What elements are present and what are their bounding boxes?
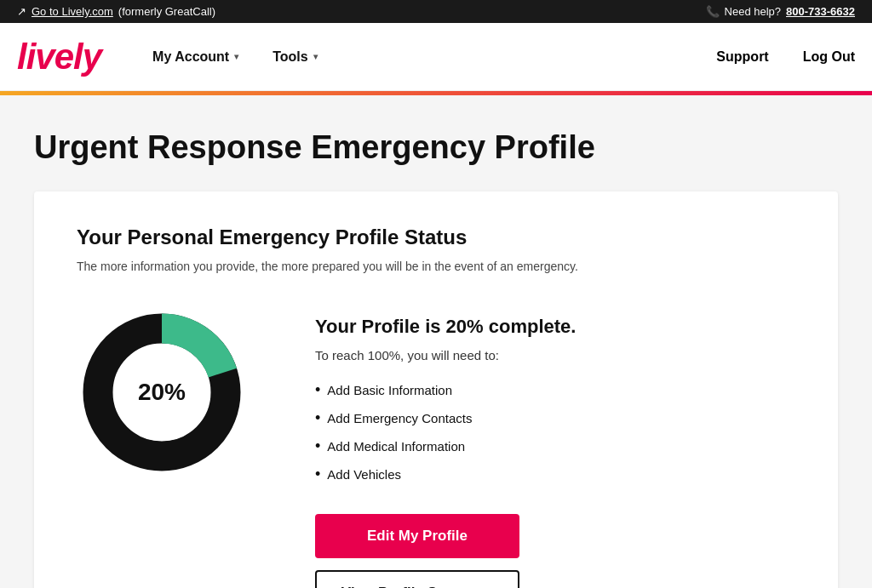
tools-chevron-icon: ▾ [313,52,318,61]
profile-status-content: 20% Your Profile is 20% complete. To rea… [77,307,795,588]
formerly-text: (formerly GreatCall) [118,5,215,18]
nav-my-account[interactable]: My Account ▾ [152,49,238,65]
page-title: Urgent Response Emergency Profile [34,129,838,166]
nav-support[interactable]: Support [716,49,768,65]
go-to-lively-link[interactable]: Go to Lively.com [32,5,113,18]
tools-label: Tools [272,49,307,65]
external-link-icon: ↗ [17,5,26,18]
my-account-label: My Account [152,49,229,65]
top-bar: ↗ Go to Lively.com (formerly GreatCall) … [0,0,872,23]
lively-logo[interactable]: lively [17,37,101,77]
top-bar-right: 📞 Need help? 800-733-6632 [706,5,855,18]
todo-item-vehicles: Add Vehicles [315,460,576,488]
donut-percent-label: 20% [138,379,186,406]
profile-complete-text: Your Profile is 20% complete. [315,316,576,338]
todo-item-basic: Add Basic Information [315,376,576,404]
reach-text: To reach 100%, you will need to: [315,348,576,363]
profile-info: Your Profile is 20% complete. To reach 1… [315,307,576,588]
card-subtitle: The more information you provide, the mo… [77,260,795,273]
phone-number-link[interactable]: 800-733-6632 [786,5,855,18]
nav-logout[interactable]: Log Out [803,49,855,65]
nav-right: Support Log Out [716,49,855,65]
phone-icon: 📞 [706,5,720,18]
edit-my-profile-button[interactable]: Edit My Profile [315,514,519,558]
profile-status-card: Your Personal Emergency Profile Status T… [34,191,838,588]
todo-item-medical: Add Medical Information [315,432,576,460]
card-heading: Your Personal Emergency Profile Status [77,225,795,249]
todo-item-emergency: Add Emergency Contacts [315,404,576,432]
donut-chart: 20% [77,307,247,477]
main-content: Urgent Response Emergency Profile Your P… [0,95,872,588]
todo-list: Add Basic Information Add Emergency Cont… [315,376,576,488]
main-nav: lively My Account ▾ Tools ▾ Support Log … [0,23,872,91]
nav-links: My Account ▾ Tools ▾ [152,49,716,65]
nav-tools[interactable]: Tools ▾ [272,49,317,65]
my-account-chevron-icon: ▾ [234,52,238,61]
need-help-text: Need help? [725,5,782,18]
top-bar-left: ↗ Go to Lively.com (formerly GreatCall) [17,5,215,18]
view-profile-summary-button[interactable]: View Profile Summary [315,570,519,588]
